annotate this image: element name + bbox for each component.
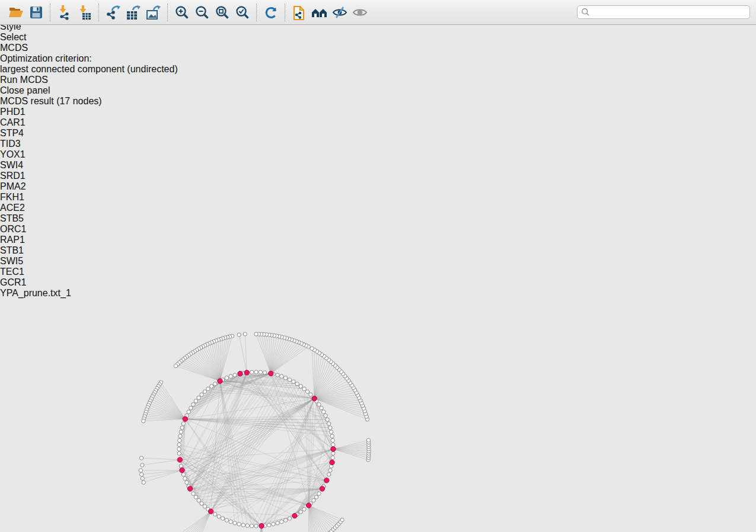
global-search-field[interactable] <box>577 5 750 19</box>
zoom-in-button[interactable] <box>172 2 192 23</box>
eye-icon <box>352 5 368 20</box>
network-canvas[interactable] <box>0 299 756 532</box>
close-panel-button[interactable]: Close panel <box>0 85 756 96</box>
mcds-result-item[interactable]: RAP1 <box>0 235 756 245</box>
export-table-icon <box>125 5 142 20</box>
mcds-result-item[interactable]: YOX1 <box>0 149 756 160</box>
open-file-button[interactable] <box>6 2 26 23</box>
zoom-in-magnifier-icon <box>174 5 190 20</box>
toolbar-separator <box>167 4 168 21</box>
mcds-result-item[interactable]: GCR1 <box>0 277 756 288</box>
mcds-result-item[interactable]: PMA2 <box>0 181 756 192</box>
application-window: Control Panel × Network Style Select MCD… <box>0 0 756 532</box>
toolbar-separator <box>256 4 257 21</box>
network-graph[interactable] <box>0 299 513 532</box>
criterion-dropdown-value: largest connected component (undirected) <box>0 64 178 74</box>
open-folder-icon <box>8 5 24 20</box>
save-floppy-icon <box>29 5 43 20</box>
mcds-result-item[interactable]: SWI4 <box>0 160 756 171</box>
mcds-result-item[interactable]: SRD1 <box>0 171 756 181</box>
mcds-result-item[interactable]: STP4 <box>0 128 756 139</box>
control-panel: Control Panel × Network Style Select MCD… <box>0 0 756 288</box>
export-image-button[interactable] <box>143 2 164 23</box>
double-house-icon <box>311 5 328 20</box>
refresh-arrows-icon <box>263 5 279 20</box>
mcds-result-item[interactable]: STB1 <box>0 245 756 256</box>
zoom-out-magnifier-icon <box>194 5 210 20</box>
toolbar-separator <box>98 4 100 21</box>
mcds-result-item[interactable]: TEC1 <box>0 267 756 277</box>
save-session-button[interactable] <box>26 2 46 23</box>
mcds-result-title: MCDS result (17 nodes) <box>0 96 102 106</box>
zoom-selected-magnifier-icon <box>235 5 250 20</box>
search-icon <box>581 8 590 17</box>
mcds-result-item[interactable]: PHD1 <box>0 107 756 117</box>
import-network-button[interactable] <box>55 2 75 23</box>
hide-graphics-button[interactable] <box>330 2 350 23</box>
run-mcds-button[interactable]: Run MCDS <box>0 75 756 85</box>
export-image-icon <box>145 5 162 20</box>
toolbar-separator <box>50 4 51 21</box>
mcds-result-item[interactable]: STB5 <box>0 213 756 224</box>
zoom-fit-magnifier-icon <box>215 5 230 20</box>
import-table-icon <box>77 5 92 20</box>
refresh-layout-button[interactable] <box>261 2 281 23</box>
search-input[interactable] <box>590 8 749 17</box>
mcds-result-item[interactable]: FKH1 <box>0 192 756 203</box>
desktop-wallpaper-left <box>0 25 3 528</box>
zoom-out-button[interactable] <box>192 2 212 23</box>
mcds-result-groupbox: MCDS result (17 nodes) PHD1CAR1STP4TID3Y… <box>0 96 756 288</box>
eye-slash-icon <box>331 5 348 20</box>
network-overview-button[interactable] <box>310 2 330 23</box>
export-table-button[interactable] <box>123 2 143 23</box>
mcds-result-list: PHD1CAR1STP4TID3YOX1SWI4SRD1PMA2FKH1ACE2… <box>0 107 756 288</box>
import-table-button[interactable] <box>75 2 95 23</box>
mcds-result-item[interactable]: CAR1 <box>0 117 756 128</box>
toolbar-separator <box>285 4 286 21</box>
criterion-dropdown[interactable]: largest connected component (undirected) <box>0 64 756 75</box>
zoom-fit-button[interactable] <box>212 2 232 23</box>
mcds-result-item[interactable]: ORC1 <box>0 224 756 235</box>
mcds-result-item[interactable]: ACE2 <box>0 203 756 213</box>
tab-mcds[interactable]: MCDS <box>0 43 756 53</box>
share-network-button[interactable] <box>289 2 310 23</box>
zoom-selected-button[interactable] <box>232 2 253 23</box>
main-toolbar <box>0 0 756 25</box>
import-network-icon <box>57 5 72 20</box>
network-window-title: YPA_prune.txt_1 <box>0 288 756 299</box>
tab-select[interactable]: Select <box>0 32 756 43</box>
mcds-result-item[interactable]: TID3 <box>0 139 756 149</box>
export-network-icon <box>105 5 122 20</box>
mcds-tab-content: Optimization criterion: largest connecte… <box>0 53 756 288</box>
mcds-result-item[interactable]: SWI5 <box>0 256 756 267</box>
share-document-icon <box>292 4 307 21</box>
export-network-button[interactable] <box>103 2 123 23</box>
show-graphics-button[interactable] <box>350 2 370 23</box>
optimization-criterion-label: Optimization criterion: <box>0 53 756 64</box>
network-window-titlebar[interactable]: YPA_prune.txt_1 <box>0 288 756 299</box>
